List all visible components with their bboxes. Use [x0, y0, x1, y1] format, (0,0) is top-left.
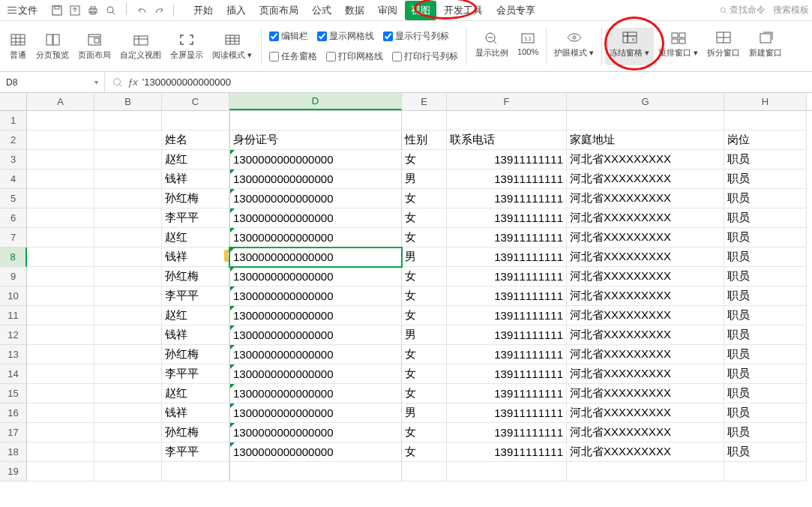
cell-C2[interactable]: 姓名 [162, 130, 229, 150]
cell-C7[interactable]: 赵红 [162, 228, 229, 248]
fx-icon[interactable]: ƒx [127, 76, 138, 88]
tab-开始[interactable]: 开始 [187, 1, 219, 20]
cell-C18[interactable]: 李平平 [162, 442, 229, 462]
check-编辑栏[interactable]: 编辑栏 [269, 30, 308, 43]
cell-H18[interactable]: 职员 [724, 442, 807, 462]
file-menu-button[interactable]: 文件 [3, 2, 42, 19]
cell-E4[interactable]: 男 [402, 170, 447, 189]
ribbon-全屏显示[interactable]: 全屏显示 [166, 30, 208, 62]
cell-E8[interactable]: 男 [402, 248, 447, 267]
cell-D16[interactable]: 1300000000000000 [229, 404, 402, 423]
cell-F11[interactable]: 13911111111 [447, 306, 567, 326]
cell-B5[interactable] [94, 189, 162, 208]
cell-A2[interactable] [27, 130, 94, 150]
redo-icon[interactable] [152, 3, 167, 18]
cell-B9[interactable] [94, 267, 162, 286]
cell-D6[interactable]: 1300000000000000 [229, 208, 402, 228]
cell-C6[interactable]: 李平平 [162, 208, 229, 228]
cell-E6[interactable]: 女 [402, 208, 447, 228]
cell-D7[interactable]: 1300000000000000 [229, 228, 402, 248]
cell-A7[interactable] [27, 228, 94, 248]
ribbon-显示比例[interactable]: 显示比例 [471, 28, 513, 65]
cell-H5[interactable]: 职员 [724, 189, 807, 208]
cell-A8[interactable] [27, 248, 94, 267]
tab-页面布局[interactable]: 页面布局 [253, 1, 304, 20]
row-header-2[interactable]: 2 [0, 130, 27, 150]
name-box[interactable]: D8 ▾ [0, 72, 105, 92]
cell-A12[interactable] [27, 326, 94, 345]
cell-A15[interactable] [27, 384, 94, 404]
col-header-G[interactable]: G [567, 93, 724, 110]
cell-E17[interactable]: 女 [402, 423, 447, 442]
cell-B19[interactable] [94, 462, 162, 482]
cancel-icon[interactable] [112, 77, 123, 88]
cell-F12[interactable]: 13911111111 [447, 326, 567, 345]
cell-G19[interactable] [567, 462, 724, 482]
row-header-3[interactable]: 3 [0, 150, 27, 170]
cell-G6[interactable]: 河北省XXXXXXXXX [567, 208, 724, 228]
row-header-13[interactable]: 13 [0, 345, 27, 364]
cell-F19[interactable] [447, 462, 567, 482]
cell-A3[interactable] [27, 150, 94, 170]
cell-F7[interactable]: 13911111111 [447, 228, 567, 248]
col-header-E[interactable]: E [402, 93, 447, 110]
cell-C10[interactable]: 李平平 [162, 286, 229, 306]
cell-H8[interactable]: 职员 [724, 248, 807, 267]
cell-A14[interactable] [27, 364, 94, 384]
cell-A19[interactable] [27, 462, 94, 482]
cell-E19[interactable] [402, 462, 447, 482]
cell-A10[interactable] [27, 286, 94, 306]
cell-E13[interactable]: 女 [402, 345, 447, 364]
cell-A16[interactable] [27, 404, 94, 423]
tab-会员专享[interactable]: 会员专享 [490, 1, 541, 20]
ribbon-护眼模式[interactable]: 护眼模式 ▾ [550, 28, 598, 65]
cell-D13[interactable]: 1300000000000000 [229, 345, 402, 364]
cell-H7[interactable]: 职员 [724, 228, 807, 248]
cell-A13[interactable] [27, 345, 94, 364]
cell-A17[interactable] [27, 423, 94, 442]
search-template[interactable]: 搜索模板 [773, 4, 809, 16]
tab-数据[interactable]: 数据 [339, 1, 370, 20]
row-header-18[interactable]: 18 [0, 442, 27, 462]
cell-B14[interactable] [94, 364, 162, 384]
cell-H10[interactable]: 职员 [724, 286, 807, 306]
row-header-11[interactable]: 11 [0, 306, 27, 326]
cell-G7[interactable]: 河北省XXXXXXXXX [567, 228, 724, 248]
cell-D19[interactable] [229, 462, 402, 482]
cell-E14[interactable]: 女 [402, 364, 447, 384]
cell-B12[interactable] [94, 326, 162, 345]
cell-D8[interactable]: 1300000000000000 [229, 248, 402, 267]
select-all-corner[interactable] [0, 93, 27, 110]
cell-A9[interactable] [27, 267, 94, 286]
cell-C3[interactable]: 赵红 [162, 150, 229, 170]
search-command[interactable]: 查找命令 [719, 4, 766, 16]
row-header-19[interactable]: 19 [0, 462, 27, 482]
row-header-7[interactable]: 7 [0, 228, 27, 248]
cell-F1[interactable] [447, 111, 567, 130]
row-header-8[interactable]: 8 [0, 248, 27, 267]
cell-B8[interactable] [94, 248, 162, 267]
cell-G2[interactable]: 家庭地址 [567, 130, 724, 150]
cell-D4[interactable]: 1300000000000000 [229, 170, 402, 189]
row-header-1[interactable]: 1 [0, 111, 27, 130]
cell-H14[interactable]: 职员 [724, 364, 807, 384]
print-icon[interactable] [85, 3, 100, 18]
cell-F13[interactable]: 13911111111 [447, 345, 567, 364]
cell-C9[interactable]: 孙红梅 [162, 267, 229, 286]
col-header-F[interactable]: F [447, 93, 567, 110]
warning-icon[interactable]: !▾ [224, 250, 229, 262]
row-header-12[interactable]: 12 [0, 326, 27, 345]
tab-视图[interactable]: 视图 [405, 1, 436, 20]
cell-D9[interactable]: 1300000000000000 [229, 267, 402, 286]
cell-A6[interactable] [27, 208, 94, 228]
cell-D3[interactable]: 1300000000000000 [229, 150, 402, 170]
cell-A5[interactable] [27, 189, 94, 208]
cell-C12[interactable]: 钱祥 [162, 326, 229, 345]
cell-D12[interactable]: 1300000000000000 [229, 326, 402, 345]
col-header-D[interactable]: D [229, 93, 402, 110]
cell-B2[interactable] [94, 130, 162, 150]
cell-C19[interactable] [162, 462, 229, 482]
cell-C11[interactable]: 赵红 [162, 306, 229, 326]
col-header-C[interactable]: C [162, 93, 229, 110]
check-任务窗格[interactable]: 任务窗格 [269, 50, 317, 63]
